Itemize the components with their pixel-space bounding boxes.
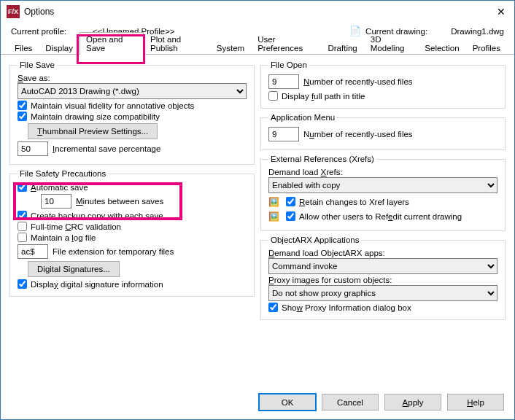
- legend-external-references: External References (Xrefs): [268, 155, 376, 163]
- tab-system[interactable]: System: [210, 41, 251, 55]
- legend-application-menu: Application Menu: [268, 113, 337, 122]
- tab-open-and-save[interactable]: Open and Save: [80, 32, 144, 55]
- display-signature-checkbox[interactable]: Display digital signature information: [18, 279, 247, 289]
- tab-selection[interactable]: Selection: [418, 41, 465, 55]
- tab-plot-and-publish[interactable]: Plot and Publish: [144, 32, 210, 55]
- minutes-between-saves-input[interactable]: [41, 194, 71, 209]
- legend-file-save: File Save: [18, 61, 57, 69]
- drawing-icon: [349, 26, 361, 37]
- tab-display[interactable]: Display: [39, 41, 80, 55]
- tab-drafting[interactable]: Drafting: [321, 41, 363, 55]
- tab-bar: FilesDisplayOpen and SavePlot and Publis…: [1, 39, 514, 55]
- tab-user-preferences[interactable]: User Preferences: [251, 32, 321, 55]
- display-full-path-checkbox[interactable]: Display full path in title: [268, 91, 497, 101]
- crc-validation-checkbox[interactable]: Full-time CRC validation: [18, 222, 247, 231]
- save-as-label: Save as:: [18, 74, 247, 82]
- close-icon[interactable]: ✕: [494, 6, 508, 18]
- automatic-save-checkbox[interactable]: Automatic save: [18, 182, 247, 192]
- maintain-size-checkbox[interactable]: Maintain drawing size compatibility: [18, 112, 247, 121]
- proxy-images-select[interactable]: Do not show proxy graphics: [268, 285, 497, 301]
- apply-button[interactable]: Apply: [384, 394, 441, 411]
- save-as-select[interactable]: AutoCAD 2013 Drawing (*.dwg): [18, 83, 247, 99]
- window-title: Options: [24, 7, 494, 17]
- file-open-recent-input[interactable]: [268, 74, 299, 89]
- tab-profiles[interactable]: Profiles: [466, 41, 507, 55]
- ok-button[interactable]: OK: [259, 394, 316, 411]
- retain-xref-checkbox[interactable]: Retain changes to Xref layers: [286, 197, 409, 206]
- xref-icon: [268, 197, 282, 207]
- tab-files[interactable]: Files: [8, 41, 39, 55]
- incremental-save-label: Incremental save percentage: [53, 144, 160, 153]
- group-objectarx: ObjectARX Applications Demand load Objec…: [260, 236, 506, 320]
- xref-icon: [268, 211, 282, 222]
- minutes-between-saves-label: Minutes between saves: [76, 197, 163, 206]
- app-icon: F/X: [7, 5, 20, 18]
- demand-load-xrefs-select[interactable]: Enabled with copy: [268, 177, 497, 193]
- temp-file-ext-label: File extension for temporary files: [53, 247, 174, 256]
- maintain-log-checkbox[interactable]: Maintain a log file: [18, 233, 247, 242]
- help-button[interactable]: Help: [447, 394, 504, 411]
- create-backup-checkbox[interactable]: Create backup copy with each save: [18, 211, 247, 220]
- legend-objectarx: ObjectARX Applications: [268, 236, 361, 244]
- file-open-recent-label: Number of recently-used files: [303, 77, 413, 86]
- demand-load-arx-label: Demand load ObjectARX apps:: [268, 249, 497, 257]
- group-file-save: File Save Save as: AutoCAD 2013 Drawing …: [9, 61, 255, 165]
- drawing-value: Drawing1.dwg: [451, 27, 504, 36]
- maintain-visual-checkbox[interactable]: Maintain visual fidelity for annotative …: [18, 101, 247, 110]
- thumbnail-settings-button[interactable]: Thumbnail Preview Settings...: [28, 123, 158, 139]
- legend-file-safety: File Safety Precautions: [18, 169, 108, 178]
- allow-refedit-checkbox[interactable]: Allow other users to Refedit current dra…: [286, 211, 462, 221]
- temp-file-ext-input[interactable]: [18, 244, 48, 259]
- app-menu-recent-label: Number of recently-used files: [303, 130, 413, 139]
- digital-signatures-button[interactable]: Digital Signatures...: [28, 261, 120, 277]
- show-proxy-dialog-checkbox[interactable]: Show Proxy Information dialog box: [268, 303, 497, 312]
- demand-load-xrefs-label: Demand load Xrefs:: [268, 168, 497, 176]
- group-file-safety: File Safety Precautions Automatic save M…: [9, 169, 255, 297]
- proxy-images-label: Proxy images for custom objects:: [268, 276, 497, 284]
- cancel-button[interactable]: Cancel: [322, 394, 379, 411]
- profile-label: Current profile:: [11, 27, 66, 36]
- group-external-references: External References (Xrefs) Demand load …: [260, 155, 506, 231]
- group-file-open: File Open Number of recently-used files …: [260, 61, 506, 109]
- legend-file-open: File Open: [268, 61, 309, 69]
- demand-load-arx-select[interactable]: Command invoke: [268, 258, 497, 274]
- app-menu-recent-input[interactable]: [268, 127, 299, 141]
- tab-3d-modeling[interactable]: 3D Modeling: [364, 32, 419, 55]
- group-application-menu: Application Menu Number of recently-used…: [260, 113, 506, 150]
- incremental-save-input[interactable]: [18, 141, 48, 156]
